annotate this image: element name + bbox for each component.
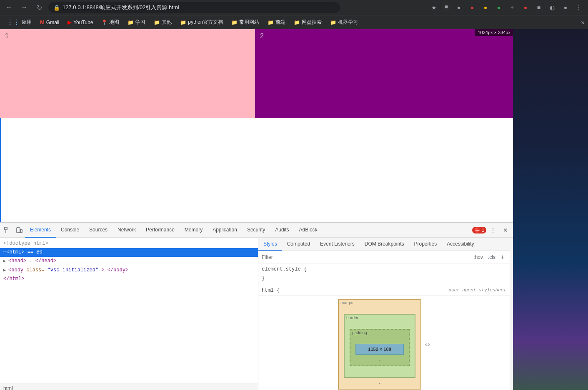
ext-icon-5[interactable]: ● bbox=[493, 2, 505, 13]
bookmark-frontend-label: 前端 bbox=[275, 19, 285, 26]
body-tag-close: >…</body> bbox=[101, 267, 128, 273]
devtools-panel: Elements Console Sources Network Perform… bbox=[0, 222, 513, 390]
star-icon[interactable]: ★ bbox=[428, 2, 440, 13]
dom-line-doctype[interactable]: <!doctype html> bbox=[0, 239, 258, 248]
bookmark-gmail-label: Gmail bbox=[46, 20, 59, 25]
filter-input[interactable] bbox=[262, 254, 468, 260]
tab-elements[interactable]: Elements bbox=[25, 223, 56, 238]
css-source-label: user agent stylesheet bbox=[448, 286, 506, 295]
triangle-head: ▶ bbox=[3, 259, 8, 263]
bookmark-ml[interactable]: 📁 机器学习 bbox=[327, 17, 361, 27]
inspect-element-button[interactable] bbox=[2, 224, 13, 236]
devtools-body: <!doctype html> ⋯<html> == $0 ▶ <head> …… bbox=[0, 238, 513, 390]
bookmark-maps[interactable]: 📍 地图 bbox=[98, 17, 123, 27]
box-model-border: border - padding - bbox=[344, 314, 415, 378]
tab-performance[interactable]: Performance bbox=[141, 223, 180, 238]
sub-tab-dom-breakpoints[interactable]: DOM Breakpoints bbox=[360, 238, 409, 251]
body-class-val: "vsc-initialized" bbox=[48, 267, 98, 273]
sub-tab-styles[interactable]: Styles bbox=[258, 238, 282, 251]
back-button[interactable]: ← bbox=[3, 2, 15, 13]
url-text: 127.0.0.1:8848/响应式开发系列/02引入资源.html bbox=[63, 4, 179, 11]
tab-console[interactable]: Console bbox=[56, 223, 84, 238]
bookmark-common-sites[interactable]: 📁 常用网站 bbox=[228, 17, 263, 27]
margin-label: margin bbox=[340, 301, 353, 305]
close-devtools-button[interactable]: ✕ bbox=[500, 224, 511, 236]
bookmark-youtube-label: YouTube bbox=[73, 20, 93, 25]
add-style-button[interactable]: + bbox=[499, 253, 506, 261]
menu-icon[interactable]: ⋮ bbox=[573, 2, 585, 13]
html-close-tag: </html> bbox=[3, 276, 24, 282]
tab-sources[interactable]: Sources bbox=[84, 223, 113, 238]
dom-line-head[interactable]: ▶ <head> … </head> bbox=[0, 257, 258, 266]
forward-button[interactable]: → bbox=[18, 2, 30, 13]
bookmark-python[interactable]: 📁 python官方文档 bbox=[177, 17, 226, 27]
bookmark-other-label: 其他 bbox=[162, 19, 172, 26]
box-model-padding: padding - 1152 × 108 - bbox=[350, 329, 410, 366]
gmail-icon: M bbox=[40, 19, 45, 25]
sub-tab-accessibility[interactable]: Accessibility bbox=[442, 238, 479, 251]
more-options-button[interactable]: ⋮ bbox=[487, 224, 499, 236]
css-element-style-close: } bbox=[262, 274, 506, 283]
page-main: 1 2 1034px × 334px Elements bbox=[0, 29, 513, 390]
ext-icon-3[interactable]: ● bbox=[466, 2, 478, 13]
ext-icon-9[interactable]: ◐ bbox=[546, 2, 558, 13]
ext-icon-6[interactable]: ✦ bbox=[506, 2, 518, 13]
padding-bottom: - bbox=[379, 357, 380, 362]
tab-security[interactable]: Security bbox=[242, 223, 270, 238]
folder-icon-1: 📁 bbox=[128, 20, 134, 25]
more-bookmarks-button[interactable]: » bbox=[581, 19, 585, 26]
bookmark-youtube[interactable]: ▶ YouTube bbox=[64, 18, 96, 27]
toolbar-right: ⛔ 1 ⋮ ✕ bbox=[472, 224, 511, 236]
tab-application[interactable]: Application bbox=[208, 223, 242, 238]
tab-memory[interactable]: Memory bbox=[180, 223, 208, 238]
bookmark-apps[interactable]: ⋮⋮ 应用 bbox=[3, 17, 35, 27]
bookmark-learning[interactable]: 📁 学习 bbox=[124, 17, 149, 27]
title-bar: ← → ↻ 🔒 127.0.0.1:8848/响应式开发系列/02引入资源.ht… bbox=[0, 0, 588, 15]
bookmark-cloud[interactable]: 📁 网盘搜索 bbox=[290, 17, 325, 27]
refresh-button[interactable]: ↻ bbox=[33, 2, 45, 13]
bookmark-gmail[interactable]: M Gmail bbox=[37, 18, 63, 27]
bookmark-other[interactable]: 📁 其他 bbox=[150, 17, 175, 27]
folder-icon-2: 📁 bbox=[154, 20, 160, 25]
padding-label: padding bbox=[352, 330, 367, 335]
ext-icon-2[interactable]: ● bbox=[453, 2, 465, 13]
device-toolbar-button[interactable] bbox=[13, 224, 25, 236]
dom-line-html-close[interactable]: </html> bbox=[0, 275, 258, 283]
toolbar-icons: ★ ■ ● ● ● ● ✦ ● ■ ◐ ● ⋮ bbox=[428, 2, 585, 13]
page-content: 1 2 1034px × 334px bbox=[0, 29, 513, 222]
ext-icon-1[interactable]: ■ bbox=[441, 2, 451, 12]
sub-tab-event-listeners[interactable]: Event Listeners bbox=[315, 238, 360, 251]
ext-icon-4[interactable]: ● bbox=[480, 2, 491, 13]
ext-icon-7[interactable]: ● bbox=[520, 2, 531, 13]
maps-icon: 📍 bbox=[101, 20, 108, 25]
apps-icon: ⋮⋮ bbox=[7, 18, 20, 26]
ext-icon-8[interactable]: ■ bbox=[533, 2, 545, 13]
devtools-scrollbar[interactable] bbox=[510, 238, 513, 390]
error-count: 1 bbox=[482, 228, 484, 233]
bookmark-frontend[interactable]: 📁 前端 bbox=[264, 17, 289, 27]
tab-network[interactable]: Network bbox=[113, 223, 141, 238]
bookmark-cloud-label: 网盘搜索 bbox=[302, 19, 322, 26]
ext-icon-10[interactable]: ● bbox=[560, 2, 571, 13]
dom-panel: <!doctype html> ⋯<html> == $0 ▶ <head> …… bbox=[0, 238, 258, 390]
css-rule-element-style: element.style { } bbox=[262, 265, 506, 283]
sub-tab-computed[interactable]: Computed bbox=[282, 238, 315, 251]
devtools-toolbar: Elements Console Sources Network Perform… bbox=[0, 223, 513, 238]
css-element-style-selector: element.style { bbox=[262, 265, 506, 274]
head-ellipsis: … bbox=[29, 258, 32, 264]
tab-adblock[interactable]: AdBlock bbox=[294, 223, 323, 238]
box-model-area: margin - border - padding bbox=[258, 295, 510, 390]
sub-tabs: Styles Computed Event Listeners DOM Brea… bbox=[258, 238, 510, 251]
tab-audits[interactable]: Audits bbox=[270, 223, 294, 238]
dom-line-body[interactable]: ▶ <body class= "vsc-initialized" >…</bod… bbox=[0, 266, 258, 275]
svg-rect-0 bbox=[5, 227, 7, 230]
bookmark-common-sites-label: 常用网站 bbox=[239, 19, 259, 26]
dom-line-html[interactable]: ⋯<html> == $0 bbox=[0, 248, 258, 257]
border-bottom: - bbox=[379, 369, 380, 374]
hov-button[interactable]: :hov bbox=[472, 253, 485, 261]
dom-breadcrumb: html bbox=[0, 383, 258, 390]
address-bar[interactable]: 🔒 127.0.0.1:8848/响应式开发系列/02引入资源.html bbox=[48, 2, 340, 13]
cls-button[interactable]: .cls bbox=[486, 253, 497, 261]
sub-tab-properties[interactable]: Properties bbox=[409, 238, 442, 251]
box-2: 2 1034px × 334px bbox=[255, 29, 513, 118]
